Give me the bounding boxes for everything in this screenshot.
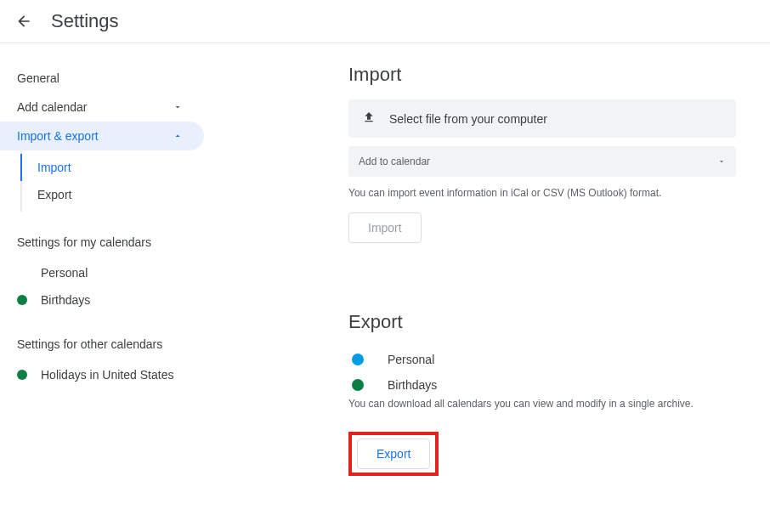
nav-add-calendar-label: Add calendar — [17, 100, 88, 114]
other-calendars-header: Settings for other calendars — [17, 314, 204, 361]
import-export-subnav: Import Export — [20, 150, 204, 212]
chevron-down-icon — [172, 101, 184, 113]
calendar-label: Personal — [41, 266, 88, 280]
page-title: Settings — [51, 10, 119, 32]
dropdown-arrow-icon — [717, 155, 726, 168]
export-calendar-row: Birthdays — [348, 372, 736, 398]
calendar-color-dot — [17, 295, 27, 305]
chevron-up-icon — [172, 130, 184, 142]
calendar-item-birthdays[interactable]: Birthdays — [17, 286, 204, 314]
highlight-annotation: Export — [348, 432, 439, 476]
calendar-color-dot — [352, 379, 364, 391]
nav-general-label: General — [17, 71, 59, 85]
calendar-color-dot — [17, 370, 27, 380]
export-section: Export Personal Birthdays You can downlo… — [348, 311, 736, 476]
nav-import-export[interactable]: Import & export — [0, 122, 204, 150]
select-file-label: Select file from your computer — [389, 112, 547, 126]
settings-sidebar: General Add calendar Import & export Imp… — [0, 64, 204, 476]
my-calendars-header: Settings for my calendars — [17, 212, 204, 259]
calendar-color-dot — [17, 268, 27, 278]
import-title: Import — [348, 64, 736, 86]
export-calendar-label: Personal — [388, 353, 434, 366]
import-button[interactable]: Import — [348, 212, 422, 243]
upload-icon — [362, 110, 376, 127]
main-content: Import Select file from your computer Ad… — [204, 64, 770, 476]
calendar-label: Holidays in United States — [41, 368, 173, 382]
export-title: Export — [348, 311, 736, 333]
dropdown-label: Add to calendar — [359, 156, 430, 167]
import-button-label: Import — [368, 221, 402, 235]
subnav-import-label: Import — [37, 161, 71, 174]
calendar-color-dot — [352, 354, 364, 365]
subnav-import[interactable]: Import — [20, 154, 204, 181]
export-help-text: You can download all calendars you can v… — [348, 398, 736, 410]
export-button[interactable]: Export — [357, 439, 430, 469]
export-calendar-label: Birthdays — [388, 378, 437, 392]
nav-import-export-label: Import & export — [17, 129, 99, 143]
settings-header: Settings — [0, 0, 770, 43]
calendar-item-personal[interactable]: Personal — [17, 259, 204, 286]
subnav-export[interactable]: Export — [22, 181, 204, 208]
export-calendar-row: Personal — [348, 347, 736, 372]
import-section: Import Select file from your computer Ad… — [348, 64, 736, 243]
nav-general[interactable]: General — [17, 64, 204, 93]
calendar-item-holidays[interactable]: Holidays in United States — [17, 361, 204, 388]
select-file-button[interactable]: Select file from your computer — [348, 99, 736, 138]
back-arrow-icon[interactable] — [14, 11, 34, 31]
add-to-calendar-dropdown[interactable]: Add to calendar — [348, 146, 736, 177]
nav-add-calendar[interactable]: Add calendar — [17, 93, 204, 122]
export-button-label: Export — [377, 447, 410, 461]
import-help-text: You can import event information in iCal… — [348, 187, 736, 199]
subnav-export-label: Export — [37, 188, 71, 201]
calendar-label: Birthdays — [41, 293, 90, 307]
